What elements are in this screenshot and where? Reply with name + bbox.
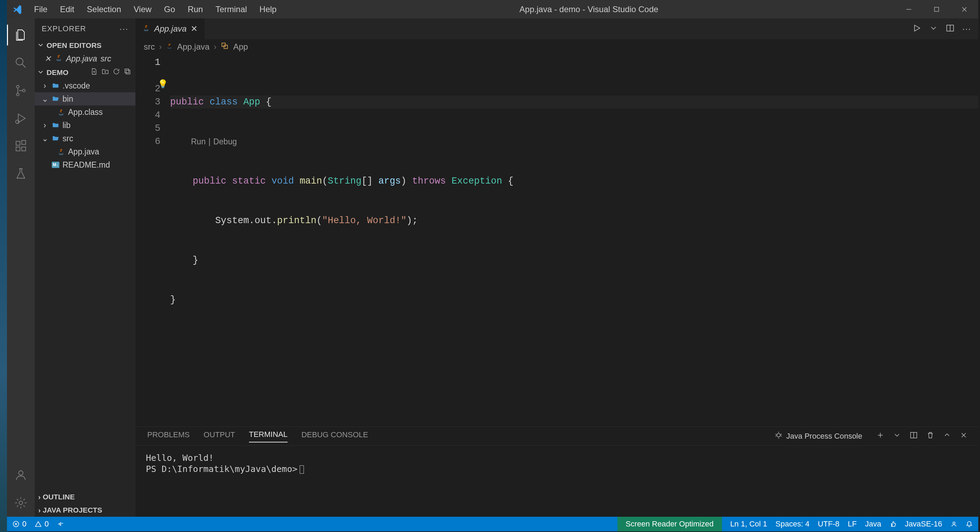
new-terminal-icon[interactable] [876,431,885,441]
tree-folder-src[interactable]: ⌄ src [35,132,135,145]
sidebar-more-icon[interactable]: ··· [119,24,129,34]
editor-tab[interactable]: App.java ✕ [135,18,205,39]
menu-file[interactable]: File [28,5,54,14]
tree-folder-lib[interactable]: › lib [35,119,135,132]
new-file-icon[interactable] [90,68,98,77]
menu-terminal[interactable]: Terminal [209,5,253,14]
svg-rect-17 [125,69,129,73]
maximize-panel-icon[interactable] [943,431,951,441]
tree-folder-vscode[interactable]: › .vscode [35,79,135,92]
svg-point-34 [953,522,955,524]
status-spaces[interactable]: Spaces: 4 [775,519,810,529]
folder-icon [51,82,60,89]
menu-edit[interactable]: Edit [54,5,81,14]
account-icon [14,468,28,482]
status-jdk[interactable]: JavaSE-16 [905,519,942,529]
editor-area: App.java ✕ ··· src › App.java › App [135,18,978,517]
menu-run[interactable]: Run [181,5,209,14]
section-java-projects[interactable]: › JAVA PROJECTS [35,503,135,517]
status-screen-reader[interactable]: Screen Reader Optimized [617,517,722,531]
menu-selection[interactable]: Selection [81,5,127,14]
editor-tabbar: App.java ✕ ··· [135,18,978,39]
more-icon[interactable]: ··· [962,24,971,34]
menu-help[interactable]: Help [253,5,283,14]
status-warnings[interactable]: 0 [35,519,49,529]
open-editor-item[interactable]: ✕ App.java src [35,52,135,65]
tree-file-readme[interactable]: M↓ README.md [35,158,135,172]
activity-settings[interactable] [7,489,35,517]
close-icon[interactable]: ✕ [45,54,51,64]
activity-accounts[interactable] [7,461,35,489]
terminal-profile[interactable]: Java Process Console [775,431,862,441]
split-editor-icon[interactable] [946,24,955,34]
status-language[interactable]: Java [865,519,881,529]
code-content[interactable]: 💡 public class App { Run|Debug public st… [170,54,978,427]
refresh-icon[interactable] [113,68,120,77]
thumbs-up-icon [889,521,896,527]
status-java-icon[interactable] [57,521,64,527]
bell-icon [966,521,973,527]
new-folder-icon[interactable] [102,68,109,77]
activity-testing[interactable] [7,160,35,188]
section-open-editors[interactable]: OPEN EDITORS [35,39,135,52]
flask-icon [14,167,28,181]
chevron-down-icon [37,41,45,50]
section-outline[interactable]: › OUTLINE [35,490,135,503]
svg-point-7 [17,93,19,96]
workspace-name: DEMO [46,68,88,77]
sidebar-header: EXPLORER ··· [35,18,135,39]
tree-item-label: src [62,134,73,143]
svg-point-4 [16,58,23,65]
breadcrumb-item[interactable]: App.java [177,42,209,52]
status-notifications-icon[interactable] [966,521,973,527]
trash-icon[interactable] [926,431,934,441]
status-feedback-icon[interactable] [889,521,896,527]
tree-folder-bin[interactable]: ⌄ bin [35,92,135,105]
activity-search[interactable] [7,49,35,77]
panel-tab-debug-console[interactable]: DEBUG CONSOLE [301,430,368,442]
vscode-window: File Edit Selection View Go Run Terminal… [7,0,978,531]
activity-run-debug[interactable] [7,105,35,132]
panel-tab-output[interactable]: OUTPUT [204,430,235,442]
tree-file-appclass[interactable]: App.class [35,105,135,119]
activity-extensions[interactable] [7,132,35,160]
code-editor[interactable]: 1 2 3 4 5 6 💡 public class App { Run|Deb… [135,54,978,427]
breadcrumb-item[interactable]: App [233,42,248,52]
codelens-debug[interactable]: Debug [213,135,237,148]
breadcrumb[interactable]: src › App.java › App [135,39,978,54]
activity-source-control[interactable] [7,77,35,105]
terminal-body[interactable]: Hello, World! PS D:\Informatik\myJava\de… [135,446,978,517]
menu-go[interactable]: Go [158,5,181,14]
run-file-icon[interactable] [912,24,921,34]
status-encoding[interactable]: UTF-8 [818,519,839,529]
status-errors[interactable]: 0 [13,519,26,529]
close-icon[interactable]: ✕ [191,24,197,34]
status-ln-col[interactable]: Ln 1, Col 1 [730,519,767,529]
panel-tab-terminal[interactable]: TERMINAL [249,430,288,443]
desktop-background [0,0,7,532]
tree-item-label: bin [62,94,73,104]
lightbulb-icon[interactable]: 💡 [158,78,168,91]
tree-file-appjava[interactable]: App.java [35,145,135,158]
panel-tab-problems[interactable]: PROBLEMS [147,430,189,442]
split-terminal-icon[interactable] [910,431,918,441]
terminal-cursor [300,465,304,474]
chevron-down-icon[interactable] [929,24,938,34]
chevron-down-icon[interactable] [893,431,901,441]
close-button[interactable] [950,0,978,18]
section-workspace[interactable]: DEMO [35,65,135,79]
maximize-button[interactable] [923,0,950,18]
breadcrumb-item[interactable]: src [144,42,155,52]
codelens-run[interactable]: Run [191,135,205,148]
tree-item-label: .vscode [62,81,90,91]
status-live-share-icon[interactable] [950,521,958,527]
status-eol[interactable]: LF [848,519,857,529]
tree-item-label: lib [62,121,70,130]
minimize-button[interactable] [895,0,923,18]
activity-explorer[interactable] [7,21,35,49]
close-panel-icon[interactable] [959,431,968,441]
menubar: File Edit Selection View Go Run Terminal… [28,5,283,14]
menu-view[interactable]: View [127,5,158,14]
collapse-all-icon[interactable] [124,68,131,77]
chevron-down-icon [37,68,45,77]
